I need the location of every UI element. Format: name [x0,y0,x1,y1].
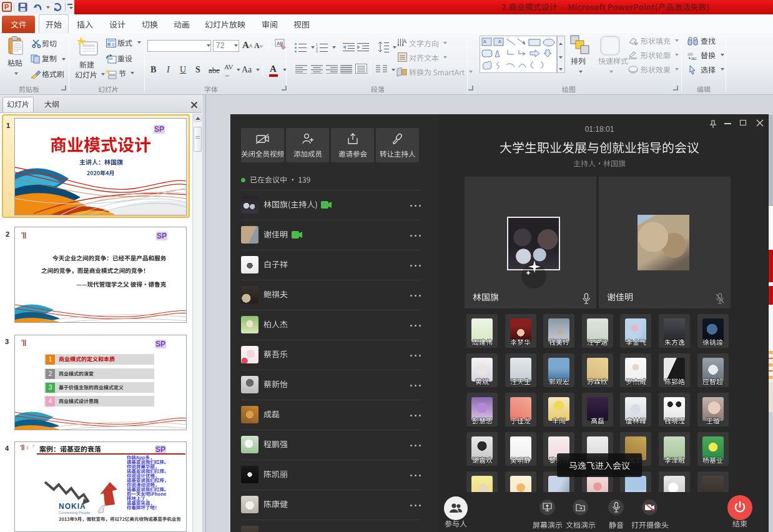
svg-text:3: 3 [316,49,318,52]
svg-text:A: A [483,39,486,44]
svg-text:A: A [403,38,407,44]
svg-text:P: P [4,3,9,11]
svg-text:A: A [498,39,501,44]
svg-text:ac: ac [691,56,696,61]
